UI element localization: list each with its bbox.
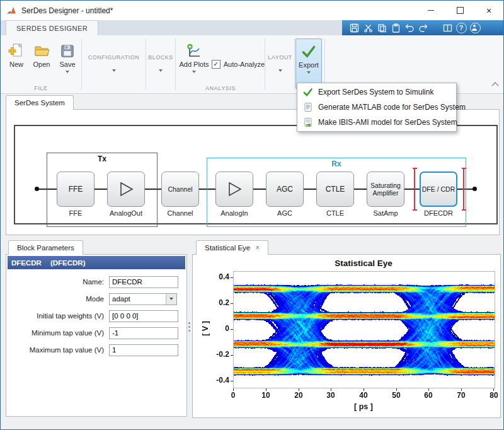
panel-splitter[interactable] (188, 320, 190, 334)
help-button[interactable]: ? (454, 21, 468, 35)
mode-dropdown-arrow-icon[interactable] (166, 294, 176, 305)
eye-plot-area (233, 271, 495, 388)
help-icon: ? (456, 23, 467, 33)
minimum-tap-value-label: Minimum tap value (V) (6, 329, 109, 337)
collapse-toolstrip-icon[interactable] (491, 82, 498, 89)
output-port-dot (472, 187, 477, 191)
titlebar: SerDes Designer - untitled* × (1, 1, 503, 20)
selection-handle-left[interactable] (414, 168, 415, 211)
layout-dropdown[interactable]: LAYOUT (266, 38, 294, 88)
amplifier-triangle-icon (117, 180, 135, 199)
add-plots-icon (186, 41, 202, 59)
add-plots-arrow-icon (192, 71, 196, 73)
app-window: SerDes Designer - untitled* × SERDES DES… (0, 0, 504, 430)
menu-item-export-simulink[interactable]: Export SerDes System to Simulink (297, 84, 456, 100)
quick-access-toolbar: ? (342, 20, 503, 35)
close-button[interactable]: × (474, 1, 503, 20)
configuration-arrow-icon (112, 69, 116, 72)
mode-label: Mode (6, 295, 109, 303)
configuration-dropdown[interactable]: CONFIGURATION (83, 38, 145, 88)
menu-item-make-ibis-ami[interactable]: Make IBIS-AMI model for SerDes System (297, 115, 456, 130)
name-input[interactable] (109, 276, 178, 288)
block-agc[interactable]: AGC (266, 171, 304, 207)
param-row-name: Name: (6, 275, 186, 289)
x-tick: 50 (384, 391, 409, 400)
save-disk-icon (60, 41, 75, 59)
chart-title: Statistical Eye (269, 259, 458, 268)
copy-button[interactable] (375, 21, 389, 35)
window-layout-icon (443, 23, 452, 33)
eye-diagram-canvas[interactable] (234, 272, 495, 388)
window-controls: × (416, 1, 503, 20)
copy-icon (377, 23, 387, 33)
account-icon (470, 23, 481, 33)
initial-tap-weights-label: Initial tap weights (V) (6, 312, 109, 320)
x-tick: 10 (253, 391, 278, 400)
y-axis-label: [ V ] (201, 310, 210, 347)
maximum-tap-value-input[interactable] (109, 344, 178, 356)
add-plots-button[interactable]: Add Plots (177, 38, 211, 89)
layout-window-button[interactable] (440, 21, 454, 35)
initial-tap-weights-input[interactable] (109, 310, 178, 322)
caption-ffe: FFE (57, 209, 94, 217)
block-ctle[interactable]: CTLE (316, 171, 354, 207)
save-quick-button[interactable] (347, 21, 361, 35)
amplifier-triangle-icon (225, 180, 244, 199)
export-check-icon (301, 42, 316, 59)
param-row-min-tap: Minimum tap value (V) (6, 326, 186, 340)
caption-analogout: AnalogOut (103, 209, 149, 217)
minimize-button[interactable] (416, 1, 445, 20)
layout-arrow-icon (278, 69, 282, 72)
block-analogout[interactable] (107, 171, 145, 207)
open-button[interactable]: Open (30, 38, 54, 89)
block-ffe[interactable]: FFE (57, 171, 94, 207)
caption-dfecdr: DFECDR (420, 209, 457, 217)
menu-item-generate-matlab-code[interactable]: Generate MATLAB code for SerDes System (297, 100, 456, 115)
block-satamp[interactable]: Saturating Amplifier (367, 171, 404, 207)
paste-button[interactable] (389, 21, 403, 35)
analysis-section-label: ANALYSIS (177, 85, 264, 91)
tab-statistical-eye[interactable]: Statistical Eye × (196, 240, 268, 255)
export-arrow-icon (307, 71, 311, 74)
x-tick: 30 (318, 391, 343, 400)
ribbon-tabstrip: SERDES DESIGNER (1, 20, 503, 35)
minimum-tap-value-input[interactable] (109, 327, 178, 339)
selection-handle-right[interactable] (463, 168, 464, 211)
x-tick: 0 (220, 391, 246, 400)
redo-button[interactable] (416, 21, 430, 35)
cut-button[interactable] (361, 21, 375, 35)
paste-icon (391, 23, 401, 33)
undo-icon (404, 23, 415, 33)
undo-button[interactable] (403, 21, 416, 35)
caption-ctle: CTLE (316, 209, 354, 217)
minimize-icon (428, 10, 434, 11)
y-tick: 0.4 (208, 272, 229, 281)
save-button[interactable]: Save (56, 38, 79, 89)
mode-dropdown[interactable]: adapt (109, 293, 177, 305)
diagram-canvas[interactable]: Tx FFE FFE AnalogOut Channel Channel Rx … (14, 125, 498, 224)
maximize-button[interactable] (445, 1, 474, 20)
account-button[interactable] (468, 21, 482, 35)
tab-serdes-designer[interactable]: SERDES DESIGNER (6, 20, 98, 35)
input-port-dot (35, 187, 39, 191)
y-tick: 0.2 (208, 298, 229, 307)
param-row-max-tap: Maximum tap value (V) (6, 343, 186, 357)
x-tick: 20 (286, 391, 311, 400)
tab-block-parameters[interactable]: Block Parameters (8, 240, 83, 255)
new-button[interactable]: New (4, 38, 28, 89)
close-tab-icon[interactable]: × (255, 244, 260, 252)
blocks-dropdown[interactable]: BLOCKS (147, 38, 175, 88)
x-tick: 70 (449, 391, 474, 400)
caption-agc: AGC (266, 209, 304, 217)
parameters-header: DFECDR (DFECDR) (8, 256, 185, 269)
simulink-export-icon (302, 87, 313, 98)
caption-channel: Channel (161, 209, 199, 217)
tab-serdes-system[interactable]: SerDes System (6, 95, 74, 110)
block-analogin[interactable] (215, 171, 253, 207)
auto-analyze-checkbox[interactable]: ✓ (212, 60, 220, 69)
block-dfecdr[interactable]: DFE / CDR (420, 171, 457, 207)
export-button[interactable]: Export (295, 38, 322, 89)
statistical-eye-panel: Statistical Eye 0.4 0.2 0 -0.2 -0.4 0 10… (192, 254, 501, 418)
param-row-initial-taps: Initial tap weights (V) (6, 309, 186, 323)
block-channel[interactable]: Channel (161, 171, 199, 207)
